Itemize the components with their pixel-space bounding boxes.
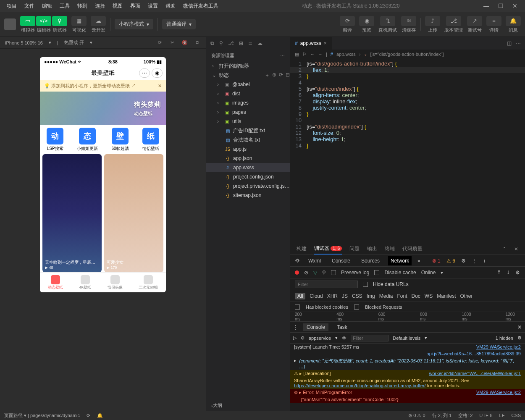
explorer-ext-icon[interactable]: ⊞ bbox=[239, 40, 243, 46]
cat-3[interactable]: 纸情侣壁纸 bbox=[142, 128, 159, 152]
user-avatar[interactable] bbox=[4, 18, 16, 30]
panel-tab-debugger[interactable]: 调试器 1, 6 bbox=[314, 243, 342, 255]
gutter-toggle-icon[interactable]: ▤ bbox=[295, 52, 299, 57]
console-close-icon[interactable]: ✕ bbox=[517, 324, 522, 330]
tree-item[interactable]: ›▣dist bbox=[206, 89, 290, 98]
menu-goto[interactable]: 转到 bbox=[74, 1, 91, 11]
tree-item[interactable]: {}sitemap.json bbox=[206, 191, 290, 200]
upload-button[interactable]: ⤴上传 bbox=[425, 16, 440, 33]
net-type-doc[interactable]: Doc bbox=[411, 293, 420, 299]
disable-cache-checkbox[interactable] bbox=[374, 270, 379, 275]
editor-tab-appwxss[interactable]: # app.wxss × bbox=[290, 37, 332, 50]
net-type-all[interactable]: All bbox=[295, 293, 305, 299]
capsule-close-icon[interactable]: ◉ bbox=[152, 68, 163, 78]
close-button[interactable]: ✕ bbox=[508, 3, 522, 9]
net-settings-icon[interactable]: ⚙ bbox=[515, 270, 520, 276]
tree-item[interactable]: #app.wxss bbox=[206, 163, 290, 172]
blocked-cookies-checkbox[interactable] bbox=[295, 304, 300, 310]
console-log[interactable]: [system] Launch Time: 5257 msVM29 WAServ… bbox=[290, 344, 525, 411]
menu-settings[interactable]: 设置 bbox=[144, 1, 161, 11]
editor-toggle[interactable]: </>编辑器 bbox=[36, 16, 51, 33]
cloud-dev[interactable]: ☁云开发 bbox=[91, 16, 106, 33]
explorer-more-icon[interactable]: ⋯ bbox=[280, 53, 285, 58]
net-type-xhr[interactable]: XHR bbox=[327, 293, 338, 299]
hide-dataurl-checkbox[interactable] bbox=[363, 282, 368, 287]
panel-tab-terminal[interactable]: 终端 bbox=[385, 244, 395, 254]
net-type-media[interactable]: Media bbox=[379, 293, 393, 299]
net-type-other[interactable]: Other bbox=[460, 293, 473, 299]
cat-1[interactable]: 态小姐姐更新 bbox=[77, 128, 98, 152]
banner-close-icon[interactable]: ✕ bbox=[158, 83, 162, 89]
capsule-menu-icon[interactable]: ⋯ bbox=[139, 68, 150, 78]
nav-fwd-icon[interactable]: → bbox=[318, 52, 323, 57]
task-tab[interactable]: Task bbox=[333, 323, 351, 331]
code-editor[interactable]: 1[is="dist/goods-action-button/index"] {… bbox=[290, 59, 525, 243]
tree-item[interactable]: ▤合法域名.txt bbox=[206, 135, 290, 144]
phone-tab-0[interactable]: 动态壁纸 bbox=[48, 275, 63, 290]
status-spaces[interactable]: 空格: 2 bbox=[458, 412, 472, 419]
new-folder-icon[interactable]: ⊕ bbox=[272, 72, 276, 79]
message-button[interactable]: 🔔消息 bbox=[506, 16, 521, 33]
maximize-button[interactable]: ☐ bbox=[494, 3, 507, 9]
dt-wxml[interactable]: Wxml bbox=[306, 256, 323, 265]
explorer-cloud-icon[interactable]: ☁ bbox=[257, 40, 262, 46]
net-type-manifest[interactable]: Manifest bbox=[437, 293, 456, 299]
phone-tab-2[interactable]: 情侣头像 bbox=[108, 275, 123, 290]
dt-settings-icon[interactable]: ⚙ bbox=[461, 258, 466, 264]
testid-button[interactable]: ↗测试号 bbox=[467, 16, 482, 33]
status-lang[interactable]: CSS bbox=[511, 413, 521, 418]
mp-mode-select[interactable]: 小程序模式▾ bbox=[115, 19, 153, 29]
inspect-icon[interactable]: ⯐ bbox=[295, 258, 300, 264]
debugger-toggle[interactable]: ⚲调试器 bbox=[52, 16, 67, 33]
nav-back-icon[interactable]: ← bbox=[310, 52, 315, 57]
net-type-cloud[interactable]: Cloud bbox=[310, 293, 323, 299]
remote-debug-button[interactable]: ⇅真机调试 bbox=[378, 16, 397, 33]
console-play-icon[interactable]: ▷ bbox=[293, 335, 297, 341]
compile-mode-select[interactable]: 普通编译▾ bbox=[162, 19, 196, 29]
dt-network[interactable]: Network bbox=[388, 256, 412, 265]
clear-cache-button[interactable]: ≋清缓存 bbox=[401, 16, 416, 33]
cat-2[interactable]: 壁60帧超清 bbox=[112, 128, 129, 152]
page-path-label[interactable]: 页面路径 ▾ | pages/dynamic/dynamic bbox=[4, 412, 80, 419]
bookmark-icon[interactable]: ⚐ bbox=[302, 52, 307, 57]
phone-tab-1[interactable]: 4K壁纸 bbox=[79, 275, 91, 290]
preserve-log-checkbox[interactable] bbox=[331, 270, 336, 275]
preview-button[interactable]: ◉预览 bbox=[359, 16, 374, 33]
tree-item[interactable]: {}project.config.json bbox=[206, 172, 290, 181]
console-clear-icon[interactable]: ⊘ bbox=[301, 335, 304, 341]
live-expr-icon[interactable]: 👁 bbox=[342, 336, 346, 341]
sim-refresh-icon[interactable]: ⟳ bbox=[156, 39, 163, 46]
panel-tab-output[interactable]: 输出 bbox=[367, 244, 377, 254]
editor-more-icon[interactable]: ⋯ bbox=[516, 40, 521, 46]
menu-view[interactable]: 视图 bbox=[109, 1, 126, 11]
menu-edit[interactable]: 编辑 bbox=[39, 1, 55, 11]
levels-select[interactable]: Default levels bbox=[393, 336, 420, 341]
panel-collapse-icon[interactable]: ⌃ bbox=[502, 246, 507, 252]
net-type-img[interactable]: Img bbox=[367, 293, 375, 299]
console-settings-icon[interactable]: ⚙ bbox=[517, 335, 522, 341]
outline-section[interactable]: ›大纲 bbox=[206, 400, 290, 411]
record-button[interactable] bbox=[295, 270, 299, 275]
detail-button[interactable]: ≡详情 bbox=[486, 16, 501, 33]
explorer-search-icon[interactable]: ⚲ bbox=[219, 40, 223, 46]
context-select[interactable]: appservice bbox=[309, 336, 331, 341]
console-tab[interactable]: Console bbox=[303, 323, 328, 331]
net-type-ws[interactable]: WS bbox=[425, 293, 433, 299]
breadcrumb[interactable]: ▤ ⚐ ← → | #app.wxss › ⬨[is="dist/goods-a… bbox=[290, 50, 525, 59]
throttle-select[interactable]: Online bbox=[421, 270, 436, 276]
console-filter-input[interactable] bbox=[351, 335, 388, 341]
tree-item[interactable]: ›▣pages bbox=[206, 108, 290, 117]
project-root[interactable]: ⌄动态 ＋ ⊕ ⟳ ⊟ bbox=[206, 71, 290, 80]
sim-cut-icon[interactable]: ✂ bbox=[169, 39, 176, 46]
compile-button[interactable]: ⟳编译 bbox=[340, 16, 355, 33]
open-editors-section[interactable]: ›打开的编辑器 bbox=[206, 61, 290, 71]
status-problems[interactable]: ⊗ 0 ⚠ 0 bbox=[408, 413, 425, 418]
net-upload-icon[interactable]: ⤒ bbox=[497, 270, 501, 276]
console-menu-icon[interactable]: ⋮ bbox=[293, 324, 298, 330]
explorer-files-icon[interactable]: ⧉ bbox=[210, 40, 214, 46]
tree-item[interactable]: ›▣@babel bbox=[206, 80, 290, 89]
version-button[interactable]: ⎇版本管理 bbox=[444, 16, 463, 33]
tree-item[interactable]: {}app.json bbox=[206, 154, 290, 163]
phone-banner[interactable]: 💡 添加到我的小程序，更新全球动态壁纸 ↗✕ bbox=[40, 80, 166, 92]
explorer-scm-icon[interactable]: ⎇ bbox=[228, 40, 234, 46]
